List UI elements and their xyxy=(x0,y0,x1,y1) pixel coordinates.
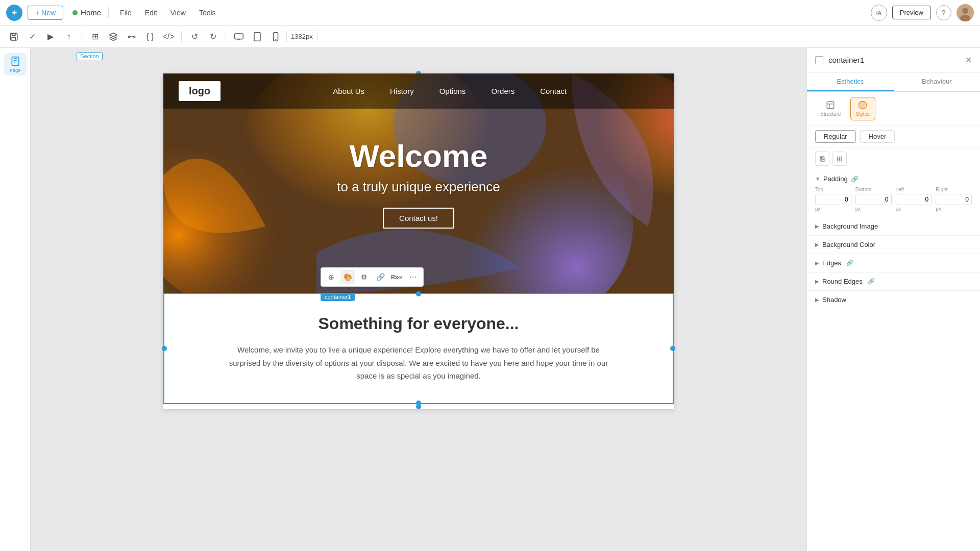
shadow-label: Shadow xyxy=(822,296,846,304)
ia-button[interactable]: IA xyxy=(871,5,887,21)
ct-rx[interactable]: Rx∞ xyxy=(389,270,404,284)
background-color-section[interactable]: ▶ Background Color xyxy=(807,236,980,254)
tab-behaviour[interactable]: Behaviour xyxy=(894,72,981,91)
round-edges-section[interactable]: ▶ Round Edges 🔗 xyxy=(807,272,980,291)
left-px: px xyxy=(896,206,932,212)
padding-right-input[interactable] xyxy=(936,194,972,205)
ct-select[interactable]: ⊕ xyxy=(324,270,338,284)
sidebar-page-label: Page xyxy=(10,68,20,73)
bottom-resize-handle[interactable] xyxy=(416,404,421,409)
round-edges-link-icon: 🔗 xyxy=(868,278,875,285)
user-avatar[interactable] xyxy=(957,4,974,21)
hero-subtitle: to a truly unique experience xyxy=(337,179,500,195)
nav-contact[interactable]: Contact xyxy=(540,87,567,95)
styles-tab[interactable]: Styles xyxy=(850,97,875,120)
grid-tool[interactable]: ⊞ xyxy=(87,29,103,44)
hero-title: Welcome xyxy=(337,138,500,174)
nav-about[interactable]: About Us xyxy=(333,87,364,95)
round-edges-chevron: ▶ xyxy=(815,279,819,284)
layers-tool[interactable] xyxy=(106,29,121,44)
left-sidebar: Page xyxy=(0,48,31,551)
new-button[interactable]: + New xyxy=(28,6,63,20)
padding-chevron: ▼ xyxy=(815,176,820,182)
edges-section[interactable]: ▶ Edges 🔗 xyxy=(807,254,980,272)
panel-header: container1 ✕ xyxy=(807,48,980,72)
nav-options[interactable]: Options xyxy=(439,87,466,95)
website-canvas: logo About Us History Options Orders Con… xyxy=(163,73,674,409)
top-left-handle[interactable] xyxy=(416,291,421,296)
undo-tool[interactable]: ↺ xyxy=(187,29,202,44)
desktop-view[interactable] xyxy=(231,29,247,44)
save-tool[interactable] xyxy=(6,29,21,44)
top-bar: ✦ + New Home File Edit View Tools IA Pre… xyxy=(0,0,980,26)
nav-orders[interactable]: Orders xyxy=(491,87,514,95)
container-label-row: container1 xyxy=(321,292,355,301)
padding-top-field: Top xyxy=(815,187,851,205)
padding-left-input[interactable] xyxy=(896,194,932,205)
styles-label: Styles xyxy=(856,111,870,117)
contact-button[interactable]: Contact us! xyxy=(383,208,454,229)
padding-right-label: Right xyxy=(936,187,972,192)
content-title: Something for everyone... xyxy=(180,314,657,333)
right-center-handle[interactable] xyxy=(670,346,675,351)
padding-header[interactable]: ▼ Padding 🔗 xyxy=(815,175,972,183)
tab-esthetics[interactable]: Esthetics xyxy=(807,72,894,91)
ct-style[interactable]: 🎨 xyxy=(340,270,355,284)
edges-label: Edges xyxy=(822,259,841,267)
mobile-view[interactable] xyxy=(268,29,283,44)
state-regular[interactable]: Regular xyxy=(815,130,856,143)
svg-point-7 xyxy=(128,36,130,37)
ct-settings[interactable]: ⚙ xyxy=(357,270,371,284)
padding-bottom-input[interactable] xyxy=(855,194,892,205)
padding-label: Padding xyxy=(823,175,848,183)
preview-button[interactable]: Preview xyxy=(892,6,931,19)
padding-top-input[interactable] xyxy=(815,194,851,205)
section-label: Section xyxy=(77,52,103,60)
play-tool[interactable]: ▶ xyxy=(43,29,58,44)
panel-title: container1 xyxy=(828,56,864,64)
left-center-handle[interactable] xyxy=(162,346,167,351)
nav-history[interactable]: History xyxy=(390,87,414,95)
ct-more[interactable]: ⋯ xyxy=(406,270,420,284)
background-image-section[interactable]: ▶ Background Image xyxy=(807,217,980,236)
state-tabs: Regular Hover xyxy=(807,126,980,147)
tablet-view[interactable] xyxy=(250,29,265,44)
paste-style-btn[interactable]: ⊞ xyxy=(832,152,847,166)
right-px: px xyxy=(936,206,972,212)
connect-tool[interactable] xyxy=(124,29,139,44)
shadow-section[interactable]: ▶ Shadow xyxy=(807,291,980,309)
edges-chevron: ▶ xyxy=(815,260,819,266)
menu-view[interactable]: View xyxy=(166,7,190,19)
separator-2 xyxy=(82,31,82,42)
help-button[interactable]: ? xyxy=(936,5,951,20)
separator-4 xyxy=(226,31,226,42)
right-panel: container1 ✕ Esthetics Behaviour Structu… xyxy=(806,48,980,551)
ct-link[interactable]: 🔗 xyxy=(373,270,387,284)
padding-bottom-field: Bottom xyxy=(855,187,892,205)
home-indicator: Home xyxy=(72,8,101,17)
home-label: Home xyxy=(81,8,101,17)
code-tool[interactable]: { } xyxy=(142,29,158,44)
structure-tab[interactable]: Structure xyxy=(815,97,846,120)
menu-file[interactable]: File xyxy=(116,7,136,19)
sidebar-page[interactable]: Page xyxy=(4,53,27,76)
copy-style-btn[interactable]: ⎘ xyxy=(815,152,829,166)
menu-edit[interactable]: Edit xyxy=(141,7,161,19)
shadow-chevron: ▶ xyxy=(815,297,819,303)
upload-tool[interactable]: ↑ xyxy=(61,29,77,44)
separator-3 xyxy=(181,31,182,42)
padding-left-field: Left xyxy=(896,187,932,205)
container-checkbox[interactable] xyxy=(815,56,823,64)
menu-tools[interactable]: Tools xyxy=(195,7,220,19)
redo-tool[interactable]: ↻ xyxy=(205,29,220,44)
check-tool[interactable]: ✓ xyxy=(24,29,40,44)
canvas-bottom xyxy=(163,404,674,409)
app-logo[interactable]: ✦ xyxy=(6,5,22,21)
site-nav: logo About Us History Options Orders Con… xyxy=(163,73,674,109)
svg-rect-12 xyxy=(254,32,260,41)
canvas-area[interactable]: Section logo About Us History Options Or… xyxy=(31,48,806,551)
panel-close[interactable]: ✕ xyxy=(965,55,972,65)
html-tool[interactable]: </> xyxy=(161,29,176,44)
state-hover[interactable]: Hover xyxy=(860,130,895,143)
svg-marker-6 xyxy=(110,33,117,37)
